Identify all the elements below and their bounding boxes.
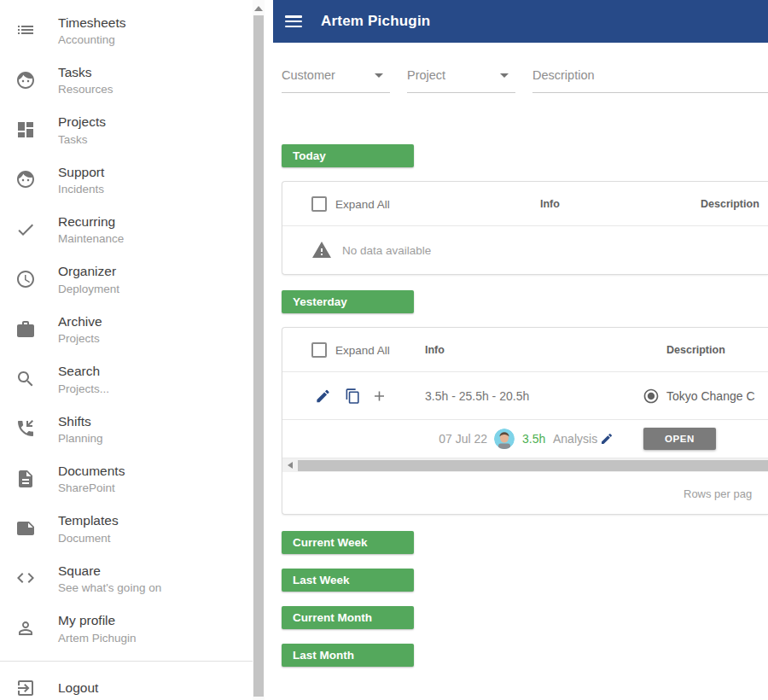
sidebar-item-subtitle: Document <box>58 532 119 545</box>
sidebar: TimesheetsAccounting TasksResources Proj… <box>0 0 253 700</box>
radio-checked-icon <box>643 388 660 405</box>
sidebar-item-title: Recurring <box>58 213 124 230</box>
sidebar-item-subtitle: SharePoint <box>58 481 125 494</box>
edit-icon[interactable] <box>315 388 331 404</box>
main-content: Artem Pichugin Customer Project Today Ex… <box>273 0 768 700</box>
sidebar-item-subtitle: Resources <box>58 83 113 96</box>
customer-select[interactable]: Customer <box>282 68 390 93</box>
sidebar-item-documents[interactable]: DocumentsSharePoint <box>0 454 253 504</box>
project-select-label: Project <box>407 68 445 82</box>
sidebar-item-my-profile[interactable]: My profileArtem Pichugin <box>0 604 253 653</box>
face-icon <box>15 70 36 90</box>
yesterday-button[interactable]: Yesterday <box>282 290 414 313</box>
sidebar-item-subtitle: Projects... <box>58 382 109 395</box>
sidebar-item-timesheets[interactable]: TimesheetsAccounting <box>0 5 253 55</box>
sidebar-item-subtitle: Accounting <box>58 33 126 46</box>
code-icon <box>15 568 36 588</box>
description-column-header: Description <box>666 344 725 356</box>
menu-icon[interactable] <box>285 15 302 27</box>
expand-all-checkbox[interactable] <box>311 342 327 358</box>
last-month-button[interactable]: Last Month <box>282 644 414 667</box>
sidebar-item-square[interactable]: SquareSee what's going on <box>0 553 253 603</box>
sidebar-item-subtitle: Deployment <box>58 283 119 295</box>
expand-all-label: Expand All <box>335 343 390 356</box>
today-table-header: Expand All Info Description <box>282 182 768 225</box>
sidebar-item-templates[interactable]: TemplatesDocument <box>0 504 253 553</box>
sidebar-item-subtitle: Incidents <box>58 183 104 195</box>
sidebar-item-title: Projects <box>58 114 106 130</box>
expand-all-checkbox[interactable] <box>311 196 327 212</box>
sidebar-item-title: Support <box>58 164 104 180</box>
sidebar-item-organizer[interactable]: OrganizerDeployment <box>0 254 253 304</box>
sidebar-item-title: My profile <box>58 612 137 628</box>
current-month-button[interactable]: Current Month <box>282 606 414 629</box>
sidebar-scrollbar[interactable] <box>253 0 265 700</box>
sidebar-item-search[interactable]: SearchProjects... <box>0 354 253 404</box>
current-week-button[interactable]: Current Week <box>282 531 414 554</box>
note-icon <box>15 518 36 539</box>
sidebar-item-title: Archive <box>58 313 102 330</box>
sidebar-item-shifts[interactable]: ShiftsPlanning <box>0 404 253 453</box>
horizontal-scrollbar[interactable] <box>282 458 768 472</box>
yesterday-table-header: Expand All Info Description <box>282 328 768 371</box>
info-cell: 3.5h - 25.5h - 20.5h <box>425 389 529 403</box>
sidebar-item-archive[interactable]: ArchiveProjects <box>0 304 253 353</box>
entry-hours: 3.5h <box>522 432 545 446</box>
sidebar-item-title: Square <box>58 563 161 579</box>
info-column-header: Info <box>540 198 560 210</box>
search-icon <box>15 369 36 389</box>
description-input[interactable] <box>532 68 768 93</box>
last-week-button[interactable]: Last Week <box>282 569 414 592</box>
table-footer: Rows per pag <box>282 472 768 514</box>
dashboard-icon <box>15 120 36 140</box>
sidebar-item-logout[interactable]: Logout <box>0 663 253 700</box>
sidebar-item-title: Organizer <box>58 263 119 279</box>
sidebar-divider <box>0 661 253 662</box>
entry-activity: Analysis <box>553 432 597 446</box>
sidebar-item-projects[interactable]: ProjectsTasks <box>0 105 253 155</box>
customer-select-label: Customer <box>282 68 335 82</box>
scrollbar-up-arrow-icon[interactable] <box>254 6 263 11</box>
today-button[interactable]: Today <box>282 144 414 167</box>
filter-bar: Customer Project <box>282 68 768 93</box>
avatar <box>494 429 515 449</box>
info-column-header: Info <box>425 344 445 356</box>
sidebar-item-title: Tasks <box>58 64 113 80</box>
table-row: 07 Jul 22 3.5h Analysis OPEN <box>282 419 768 458</box>
description-column-header: Description <box>701 198 759 210</box>
sidebar-item-tasks[interactable]: TasksResources <box>0 55 253 104</box>
sidebar-item-subtitle: Planning <box>58 432 103 445</box>
sidebar-item-subtitle: Maintenance <box>58 232 124 245</box>
sidebar-item-recurring[interactable]: RecurringMaintenance <box>0 205 253 254</box>
scrollbar-left-arrow-icon[interactable] <box>288 462 293 469</box>
rows-per-page-label: Rows per pag <box>684 487 752 499</box>
add-icon[interactable] <box>371 388 387 404</box>
project-select[interactable]: Project <box>407 68 515 93</box>
chevron-down-icon <box>500 73 509 78</box>
clock-icon <box>15 269 36 289</box>
horizontal-scrollbar-thumb[interactable] <box>298 460 768 471</box>
open-button[interactable]: OPEN <box>643 428 716 450</box>
sidebar-item-subtitle: Projects <box>58 332 102 345</box>
chevron-down-icon <box>375 73 383 78</box>
table-row: 3.5h - 25.5h - 20.5h Tokyo Change C <box>282 371 768 419</box>
sidebar-scrollbar-thumb[interactable] <box>253 15 264 697</box>
copy-icon[interactable] <box>345 388 361 404</box>
sidebar-item-subtitle: Tasks <box>58 133 106 146</box>
sidebar-item-title: Timesheets <box>58 15 126 31</box>
warning-icon <box>311 240 332 260</box>
entry-date: 07 Jul 22 <box>410 432 487 446</box>
yesterday-table: Expand All Info Description 3.5h - 25.5h… <box>282 327 768 515</box>
logout-icon <box>15 678 36 698</box>
no-data-row: No data available <box>282 225 768 274</box>
sidebar-item-support[interactable]: SupportIncidents <box>0 155 253 204</box>
page-title: Artem Pichugin <box>321 13 430 30</box>
today-table: Expand All Info Description No data avai… <box>282 181 768 275</box>
sidebar-item-title: Shifts <box>58 413 103 429</box>
expand-all-label: Expand All <box>335 197 390 210</box>
logout-label: Logout <box>58 680 98 696</box>
sidebar-item-title: Search <box>58 363 109 379</box>
face-icon <box>15 169 36 190</box>
edit-icon[interactable] <box>600 432 614 446</box>
document-icon <box>15 469 36 489</box>
